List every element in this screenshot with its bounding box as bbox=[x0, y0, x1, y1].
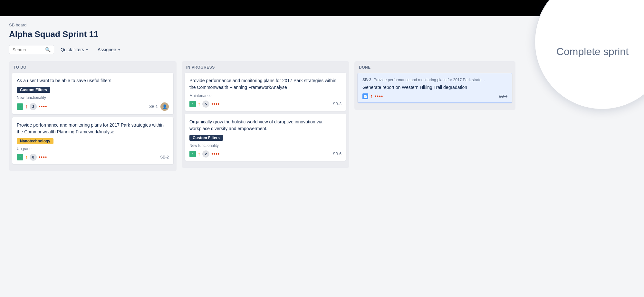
card-sb2-category: Upgrade bbox=[17, 147, 169, 151]
priority-icon: ↑ bbox=[198, 151, 200, 157]
card-sb1-title: As a user I want to be able to save usef… bbox=[17, 77, 169, 84]
dots-icon: •••• bbox=[39, 154, 47, 160]
column-todo: TO DO As a user I want to be able to sav… bbox=[9, 61, 177, 171]
story-points-badge: 5 bbox=[202, 101, 209, 108]
card-sb3-id: SB-3 bbox=[333, 102, 341, 106]
story-points-icon: ↑ bbox=[17, 154, 23, 160]
card-sb2-id: SB-2 bbox=[160, 155, 169, 159]
card-sb2[interactable]: Provide performance and monitoring plans… bbox=[12, 117, 173, 164]
card-sb6-tag: Custom Filters bbox=[189, 135, 223, 141]
card-sb6-category: New functionality bbox=[189, 143, 341, 148]
column-inprogress: IN PROGRESS Provide performance and moni… bbox=[182, 61, 349, 168]
card-sb6-title: Organically grow the holistic world view… bbox=[189, 119, 341, 132]
column-todo-header: TO DO bbox=[12, 65, 173, 70]
column-done: DONE SB-2 Provide performance and monito… bbox=[354, 61, 515, 110]
story-points-badge: 8 bbox=[30, 154, 37, 161]
card-sb4-id: SB-4 bbox=[499, 94, 507, 99]
column-done-header: DONE bbox=[358, 65, 512, 70]
card-sb2-title: Provide performance and monitoring plans… bbox=[17, 122, 169, 135]
dots-icon: •••• bbox=[375, 93, 383, 99]
card-sb1-id: SB-1 bbox=[149, 104, 158, 109]
column-inprogress-header: IN PROGRESS bbox=[185, 65, 346, 70]
card-sb1-tag: Custom Filters bbox=[17, 87, 50, 93]
dots-icon: •••• bbox=[39, 104, 47, 110]
card-sb3[interactable]: Provide performance and monitoring plans… bbox=[185, 73, 346, 111]
doc-icon: 📄 bbox=[362, 93, 368, 99]
search-box: 🔍 bbox=[9, 45, 54, 54]
card-sb3-category: Maintenance bbox=[189, 93, 341, 98]
card-sb4-mini-header: SB-2 Provide performance and monitoring … bbox=[362, 78, 507, 82]
avatar: 👤 bbox=[160, 102, 169, 111]
chevron-down-icon: ▼ bbox=[85, 48, 89, 52]
story-points-icon: ↑ bbox=[189, 151, 196, 157]
search-icon: 🔍 bbox=[45, 47, 51, 52]
priority-icon: ↑ bbox=[25, 104, 28, 110]
card-sb6[interactable]: Organically grow the holistic world view… bbox=[185, 114, 346, 161]
story-points-badge: 2 bbox=[202, 150, 209, 158]
priority-icon: ↑ bbox=[25, 154, 28, 160]
card-sb2-tag: Nanotechnology bbox=[17, 138, 53, 144]
board-columns: TO DO As a user I want to be able to sav… bbox=[9, 61, 635, 171]
priority-icon: ↑ bbox=[198, 101, 200, 107]
story-points-icon: ↑ bbox=[17, 103, 23, 110]
search-input[interactable] bbox=[13, 47, 43, 52]
card-sb3-title: Provide performance and monitoring plans… bbox=[189, 77, 341, 91]
priority-icon: ↑ bbox=[370, 93, 373, 99]
quick-filters-button[interactable]: Quick filters ▼ bbox=[58, 45, 91, 54]
card-sb6-id: SB-6 bbox=[333, 152, 341, 156]
story-points-icon: ↑ bbox=[189, 101, 196, 107]
card-sb4-mini-id: SB-2 bbox=[362, 78, 371, 82]
chevron-down-icon: ▼ bbox=[118, 48, 121, 52]
complete-sprint-label[interactable]: Complete sprint bbox=[556, 46, 629, 58]
card-sb1-category: New functionality bbox=[17, 95, 169, 100]
assignee-filter-button[interactable]: Assignee ▼ bbox=[95, 45, 123, 54]
dots-icon: •••• bbox=[211, 101, 220, 107]
card-sb1[interactable]: As a user I want to be able to save usef… bbox=[12, 73, 173, 114]
card-sb4-title: Generate report on Western Hiking Trail … bbox=[362, 84, 507, 91]
card-sb4-mini-title: Provide performance and monitoring plans… bbox=[374, 78, 485, 82]
card-sb4[interactable]: SB-2 Provide performance and monitoring … bbox=[358, 73, 512, 103]
story-points-badge: 3 bbox=[30, 103, 37, 110]
board-title: Alpha Squad Sprint 11 bbox=[9, 29, 98, 39]
dots-icon: •••• bbox=[211, 151, 220, 157]
